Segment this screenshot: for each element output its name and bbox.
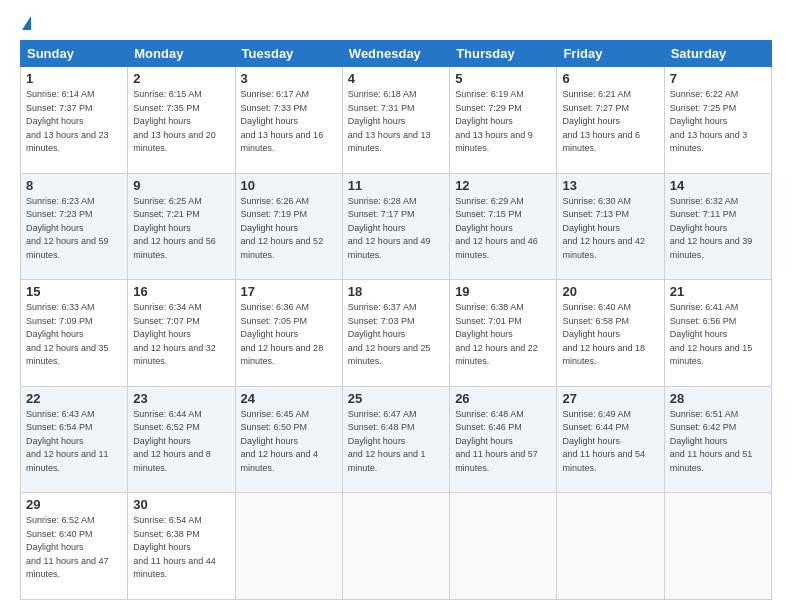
day-detail: Sunrise: 6:41 AMSunset: 6:56 PMDaylight … [670,302,753,366]
day-number: 3 [241,71,337,86]
day-number: 28 [670,391,766,406]
day-number: 12 [455,178,551,193]
day-number: 22 [26,391,122,406]
day-detail: Sunrise: 6:19 AMSunset: 7:29 PMDaylight … [455,89,533,153]
weekday-header: Tuesday [235,41,342,67]
calendar-cell [235,493,342,600]
day-number: 2 [133,71,229,86]
calendar-cell: 30 Sunrise: 6:54 AMSunset: 6:38 PMDaylig… [128,493,235,600]
day-detail: Sunrise: 6:51 AMSunset: 6:42 PMDaylight … [670,409,753,473]
calendar-cell: 10 Sunrise: 6:26 AMSunset: 7:19 PMDaylig… [235,173,342,280]
weekday-header: Sunday [21,41,128,67]
calendar-cell: 24 Sunrise: 6:45 AMSunset: 6:50 PMDaylig… [235,386,342,493]
day-detail: Sunrise: 6:37 AMSunset: 7:03 PMDaylight … [348,302,431,366]
day-detail: Sunrise: 6:43 AMSunset: 6:54 PMDaylight … [26,409,109,473]
day-number: 24 [241,391,337,406]
calendar-cell: 4 Sunrise: 6:18 AMSunset: 7:31 PMDayligh… [342,67,449,174]
calendar-cell [342,493,449,600]
calendar-cell: 18 Sunrise: 6:37 AMSunset: 7:03 PMDaylig… [342,280,449,387]
day-number: 21 [670,284,766,299]
day-detail: Sunrise: 6:48 AMSunset: 6:46 PMDaylight … [455,409,538,473]
calendar-cell: 3 Sunrise: 6:17 AMSunset: 7:33 PMDayligh… [235,67,342,174]
day-detail: Sunrise: 6:15 AMSunset: 7:35 PMDaylight … [133,89,216,153]
calendar-cell: 2 Sunrise: 6:15 AMSunset: 7:35 PMDayligh… [128,67,235,174]
calendar-cell: 29 Sunrise: 6:52 AMSunset: 6:40 PMDaylig… [21,493,128,600]
day-number: 1 [26,71,122,86]
day-detail: Sunrise: 6:33 AMSunset: 7:09 PMDaylight … [26,302,109,366]
calendar-cell: 5 Sunrise: 6:19 AMSunset: 7:29 PMDayligh… [450,67,557,174]
day-detail: Sunrise: 6:47 AMSunset: 6:48 PMDaylight … [348,409,426,473]
day-number: 29 [26,497,122,512]
calendar-cell: 25 Sunrise: 6:47 AMSunset: 6:48 PMDaylig… [342,386,449,493]
day-detail: Sunrise: 6:18 AMSunset: 7:31 PMDaylight … [348,89,431,153]
day-detail: Sunrise: 6:34 AMSunset: 7:07 PMDaylight … [133,302,216,366]
day-detail: Sunrise: 6:45 AMSunset: 6:50 PMDaylight … [241,409,319,473]
day-number: 6 [562,71,658,86]
calendar-cell: 13 Sunrise: 6:30 AMSunset: 7:13 PMDaylig… [557,173,664,280]
header [20,18,772,30]
day-detail: Sunrise: 6:29 AMSunset: 7:15 PMDaylight … [455,196,538,260]
day-detail: Sunrise: 6:38 AMSunset: 7:01 PMDaylight … [455,302,538,366]
calendar-cell: 27 Sunrise: 6:49 AMSunset: 6:44 PMDaylig… [557,386,664,493]
calendar-cell: 14 Sunrise: 6:32 AMSunset: 7:11 PMDaylig… [664,173,771,280]
calendar-cell: 11 Sunrise: 6:28 AMSunset: 7:17 PMDaylig… [342,173,449,280]
calendar-cell: 19 Sunrise: 6:38 AMSunset: 7:01 PMDaylig… [450,280,557,387]
day-detail: Sunrise: 6:14 AMSunset: 7:37 PMDaylight … [26,89,109,153]
day-detail: Sunrise: 6:52 AMSunset: 6:40 PMDaylight … [26,515,109,579]
day-detail: Sunrise: 6:30 AMSunset: 7:13 PMDaylight … [562,196,645,260]
day-number: 9 [133,178,229,193]
day-number: 17 [241,284,337,299]
weekday-header: Wednesday [342,41,449,67]
calendar-cell: 1 Sunrise: 6:14 AMSunset: 7:37 PMDayligh… [21,67,128,174]
day-detail: Sunrise: 6:23 AMSunset: 7:23 PMDaylight … [26,196,109,260]
day-number: 26 [455,391,551,406]
weekday-header: Monday [128,41,235,67]
day-detail: Sunrise: 6:44 AMSunset: 6:52 PMDaylight … [133,409,211,473]
calendar-cell: 21 Sunrise: 6:41 AMSunset: 6:56 PMDaylig… [664,280,771,387]
logo-area [20,18,31,30]
calendar-cell: 23 Sunrise: 6:44 AMSunset: 6:52 PMDaylig… [128,386,235,493]
weekday-header: Saturday [664,41,771,67]
day-detail: Sunrise: 6:17 AMSunset: 7:33 PMDaylight … [241,89,324,153]
logo-icon [22,16,31,30]
day-number: 13 [562,178,658,193]
calendar-cell: 8 Sunrise: 6:23 AMSunset: 7:23 PMDayligh… [21,173,128,280]
day-detail: Sunrise: 6:22 AMSunset: 7:25 PMDaylight … [670,89,748,153]
day-detail: Sunrise: 6:26 AMSunset: 7:19 PMDaylight … [241,196,324,260]
day-number: 11 [348,178,444,193]
calendar-cell [664,493,771,600]
day-detail: Sunrise: 6:28 AMSunset: 7:17 PMDaylight … [348,196,431,260]
day-detail: Sunrise: 6:21 AMSunset: 7:27 PMDaylight … [562,89,640,153]
day-number: 19 [455,284,551,299]
day-detail: Sunrise: 6:25 AMSunset: 7:21 PMDaylight … [133,196,216,260]
day-number: 25 [348,391,444,406]
day-number: 30 [133,497,229,512]
day-number: 7 [670,71,766,86]
calendar-cell: 9 Sunrise: 6:25 AMSunset: 7:21 PMDayligh… [128,173,235,280]
day-number: 5 [455,71,551,86]
day-detail: Sunrise: 6:54 AMSunset: 6:38 PMDaylight … [133,515,216,579]
day-detail: Sunrise: 6:49 AMSunset: 6:44 PMDaylight … [562,409,645,473]
weekday-header: Friday [557,41,664,67]
day-number: 20 [562,284,658,299]
logo-text [20,18,31,30]
calendar-cell [450,493,557,600]
calendar-cell: 7 Sunrise: 6:22 AMSunset: 7:25 PMDayligh… [664,67,771,174]
page: SundayMondayTuesdayWednesdayThursdayFrid… [0,0,792,612]
weekday-header: Thursday [450,41,557,67]
calendar-cell [557,493,664,600]
calendar-table: SundayMondayTuesdayWednesdayThursdayFrid… [20,40,772,600]
day-detail: Sunrise: 6:36 AMSunset: 7:05 PMDaylight … [241,302,324,366]
day-detail: Sunrise: 6:32 AMSunset: 7:11 PMDaylight … [670,196,753,260]
calendar-cell: 6 Sunrise: 6:21 AMSunset: 7:27 PMDayligh… [557,67,664,174]
calendar-cell: 22 Sunrise: 6:43 AMSunset: 6:54 PMDaylig… [21,386,128,493]
day-number: 10 [241,178,337,193]
calendar-cell: 16 Sunrise: 6:34 AMSunset: 7:07 PMDaylig… [128,280,235,387]
day-number: 27 [562,391,658,406]
calendar-cell: 28 Sunrise: 6:51 AMSunset: 6:42 PMDaylig… [664,386,771,493]
day-detail: Sunrise: 6:40 AMSunset: 6:58 PMDaylight … [562,302,645,366]
calendar-cell: 20 Sunrise: 6:40 AMSunset: 6:58 PMDaylig… [557,280,664,387]
calendar-cell: 26 Sunrise: 6:48 AMSunset: 6:46 PMDaylig… [450,386,557,493]
day-number: 8 [26,178,122,193]
day-number: 4 [348,71,444,86]
